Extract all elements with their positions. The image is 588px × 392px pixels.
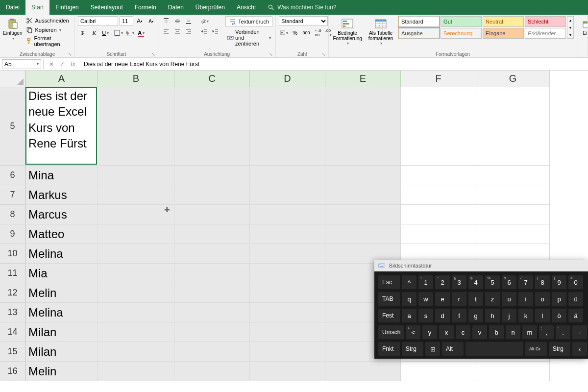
cell-A9[interactable]: Matteo	[25, 224, 98, 244]
cell-F16[interactable]	[401, 362, 476, 381]
tab-einfügen[interactable]: Einfügen	[49, 0, 84, 15]
border-button[interactable]: ▾	[114, 28, 123, 38]
comma-button[interactable]: 000	[301, 28, 311, 38]
cell-D8[interactable]	[250, 205, 325, 224]
merge-center-button[interactable]: Verbinden und zentrieren ▾	[225, 28, 272, 47]
select-all-corner[interactable]	[0, 71, 25, 87]
number-format-combo[interactable]: Standard	[279, 16, 328, 26]
enter-icon[interactable]: ✓	[58, 61, 66, 68]
cut-button[interactable]: Ausschneiden	[24, 16, 72, 25]
key-fnkt[interactable]: Fnkt	[378, 342, 400, 356]
cell-C9[interactable]	[174, 224, 250, 244]
row-header-13[interactable]: 13	[0, 303, 25, 322]
cell-D5[interactable]	[250, 87, 325, 166]
col-header-F[interactable]: F	[401, 71, 476, 87]
col-header-G[interactable]: G	[476, 71, 550, 87]
cell-B7[interactable]	[98, 185, 174, 205]
key-y[interactable]: y	[422, 325, 437, 339]
row-header-5[interactable]: 5	[0, 87, 25, 166]
name-box[interactable]: A5 ▾	[2, 59, 41, 69]
cell-G8[interactable]	[476, 205, 550, 224]
row-header-14[interactable]: 14	[0, 322, 25, 342]
cell-A10[interactable]: Melina	[25, 244, 98, 264]
row-header-6[interactable]: 6	[0, 166, 25, 185]
cell-D12[interactable]	[250, 283, 325, 303]
cell-G5[interactable]	[476, 87, 550, 166]
style-schlecht[interactable]: Schlecht	[525, 16, 566, 27]
cell-A7[interactable]: Markus	[25, 185, 98, 205]
cell-B6[interactable]	[98, 166, 174, 185]
key-b[interactable]: b	[489, 325, 504, 339]
align-middle-button[interactable]	[172, 16, 182, 26]
format-as-table-button[interactable]: Als Tabelle formatieren▾	[366, 16, 395, 47]
conditional-formatting-button[interactable]: Bedingte Formatierung▾	[332, 16, 363, 47]
cell-D15[interactable]	[250, 342, 325, 362]
style-neutral[interactable]: Neutral	[483, 16, 524, 27]
accounting-format-button[interactable]: €▾	[279, 28, 289, 38]
key-4[interactable]: $4	[468, 275, 483, 289]
cell-A12[interactable]: Melin	[25, 283, 98, 303]
percent-button[interactable]: %	[290, 28, 300, 38]
key-r[interactable]: r	[452, 292, 466, 306]
cell-G6[interactable]	[476, 166, 550, 185]
cell-D14[interactable]	[250, 322, 325, 342]
col-header-B[interactable]: B	[98, 71, 174, 87]
cell-C6[interactable]	[174, 166, 250, 185]
cell-C16[interactable]	[174, 362, 250, 381]
cell-F8[interactable]	[401, 205, 476, 224]
cell-G9[interactable]	[476, 224, 550, 244]
cell-C11[interactable]	[174, 264, 250, 283]
key-x[interactable]: x	[439, 325, 454, 339]
key-2[interactable]: "2	[435, 275, 450, 289]
fx-icon[interactable]: fx	[69, 61, 77, 68]
row-header-15[interactable]: 15	[0, 342, 25, 362]
tab-seitenlayout[interactable]: Seitenlayout	[85, 0, 129, 15]
key-altgr[interactable]: Alt Gr	[525, 342, 547, 356]
copy-button[interactable]: Kopieren ▾	[24, 25, 72, 34]
cell-C7[interactable]	[174, 185, 250, 205]
key-e[interactable]: e	[435, 292, 450, 306]
style-erklrender[interactable]: Erklärender …	[525, 28, 566, 39]
cell-C14[interactable]	[174, 322, 250, 342]
paste-button[interactable]: Einfügen ▾	[3, 16, 22, 42]
cell-C8[interactable]	[174, 205, 250, 224]
cell-D16[interactable]	[250, 362, 325, 381]
key-v[interactable]: v	[472, 325, 487, 339]
increase-decimal-button[interactable]: ←.0.00	[313, 28, 322, 38]
tab-formeln[interactable]: Formeln	[129, 0, 162, 15]
dialog-launcher-icon[interactable]: ⤡	[151, 52, 156, 57]
tab-überprüfen[interactable]: Überprüfen	[190, 0, 231, 15]
cell-B8[interactable]	[98, 205, 174, 224]
key-5[interactable]: %5	[485, 275, 500, 289]
cell-E7[interactable]	[325, 185, 401, 205]
key-1[interactable]: !1	[418, 275, 433, 289]
underline-button[interactable]: U▾	[100, 28, 110, 38]
key-w[interactable]: w	[418, 292, 433, 306]
font-color-button[interactable]: A▾	[136, 28, 146, 38]
key-s[interactable]: s	[418, 309, 433, 322]
cell-E8[interactable]	[325, 205, 401, 224]
font-size-combo[interactable]	[120, 16, 133, 26]
tell-me[interactable]: Was möchten Sie tun?	[262, 0, 342, 15]
cell-D10[interactable]	[250, 244, 325, 264]
row-header-11[interactable]: 11	[0, 264, 25, 283]
align-center-button[interactable]	[172, 26, 182, 36]
key-o[interactable]: o	[535, 292, 550, 306]
cell-A14[interactable]: Milan	[25, 322, 98, 342]
cell-C15[interactable]	[174, 342, 250, 362]
cell-C5[interactable]	[174, 87, 250, 166]
cell-C13[interactable]	[174, 303, 250, 322]
cell-A13[interactable]: Melina	[25, 303, 98, 322]
bold-button[interactable]: F	[78, 28, 88, 38]
cell-A15[interactable]: Milan	[25, 342, 98, 362]
cell-E16[interactable]	[325, 362, 401, 381]
tab-ansicht[interactable]: Ansicht	[231, 0, 262, 15]
cell-F5[interactable]	[401, 87, 476, 166]
cell-D9[interactable]	[250, 224, 325, 244]
key-9[interactable]: )9	[552, 275, 566, 289]
row-header-12[interactable]: 12	[0, 283, 25, 303]
font-name-combo[interactable]	[78, 16, 118, 26]
col-header-A[interactable]: A	[25, 71, 98, 87]
cell-B16[interactable]	[98, 362, 174, 381]
cell-B11[interactable]	[98, 264, 174, 283]
